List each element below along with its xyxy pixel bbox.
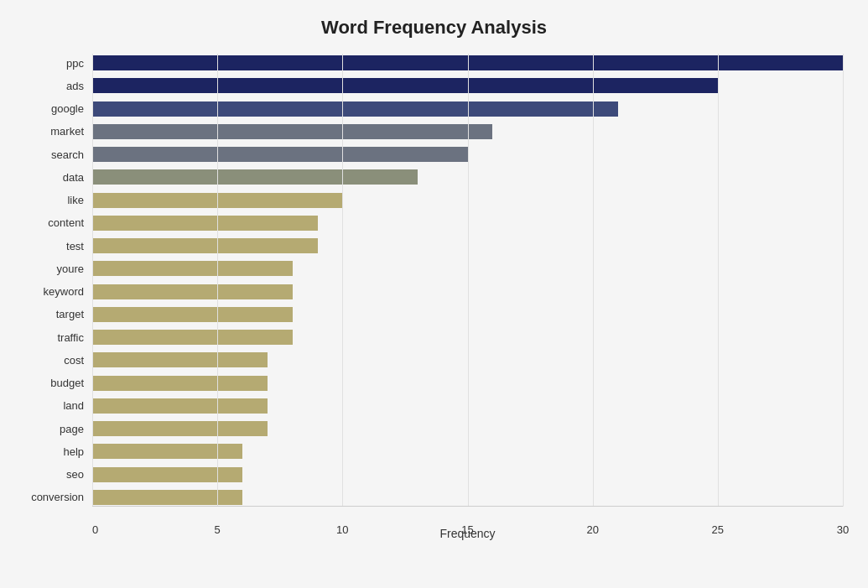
bar-track	[92, 307, 843, 322]
bar-track	[92, 193, 843, 208]
bar-label: data	[8, 171, 92, 184]
bar-row: help	[92, 442, 843, 461]
bar-row: google	[92, 100, 843, 118]
bar-row: cost	[92, 351, 843, 369]
bar-fill	[92, 467, 242, 482]
bar-label: youre	[8, 263, 92, 275]
bar-track	[92, 261, 843, 276]
bar-fill	[92, 307, 293, 322]
bar-track	[92, 284, 843, 299]
bar-fill	[92, 376, 268, 391]
bar-row: ads	[92, 76, 843, 95]
bar-fill	[92, 490, 242, 505]
bar-label: content	[8, 216, 92, 229]
chart-container: Word Frequency Analysis ppcadsgooglemark…	[0, 0, 868, 588]
x-axis-label: Frequency	[92, 527, 843, 540]
bar-fill	[92, 238, 318, 253]
bar-label: ads	[8, 80, 92, 92]
bar-label: keyword	[8, 285, 92, 298]
bar-row: page	[92, 419, 843, 438]
bar-row: search	[92, 145, 843, 164]
bar-label: seo	[8, 468, 92, 481]
bar-row: youre	[92, 259, 843, 278]
bar-label: budget	[8, 377, 92, 389]
chart-area: ppcadsgooglemarketsearchdatalikecontentt…	[92, 54, 843, 540]
bar-track	[92, 421, 843, 436]
bar-track	[92, 101, 843, 117]
bar-fill	[92, 124, 492, 139]
bar-label: target	[8, 308, 92, 320]
bar-fill	[92, 101, 618, 117]
bar-row: market	[92, 122, 843, 141]
bar-fill	[92, 193, 342, 208]
bar-row: seo	[92, 466, 843, 484]
bar-row: data	[92, 168, 843, 186]
bar-fill	[92, 398, 268, 414]
bar-label: conversion	[8, 491, 92, 503]
bar-fill	[92, 55, 843, 70]
bar-label: page	[8, 423, 92, 435]
bar-track	[92, 330, 843, 345]
bar-row: like	[92, 191, 843, 210]
bars-wrapper: ppcadsgooglemarketsearchdatalikecontentt…	[92, 54, 843, 507]
bar-label: land	[8, 399, 92, 412]
bar-fill	[92, 352, 268, 367]
bar-track	[92, 55, 843, 70]
bar-label: help	[8, 445, 92, 458]
bar-label: traffic	[8, 331, 92, 344]
bar-track	[92, 238, 843, 253]
bar-row: conversion	[92, 488, 843, 507]
x-axis	[92, 506, 843, 507]
bar-fill	[92, 261, 293, 276]
bar-label: like	[8, 194, 92, 206]
grid-line	[843, 54, 844, 507]
bar-track	[92, 147, 843, 162]
bar-label: search	[8, 148, 92, 161]
bar-fill	[92, 147, 468, 162]
bar-track	[92, 376, 843, 391]
bar-track	[92, 490, 843, 505]
bar-fill	[92, 330, 293, 345]
bar-track	[92, 169, 843, 185]
bar-fill	[92, 169, 418, 185]
bar-fill	[92, 421, 268, 436]
bar-track	[92, 216, 843, 231]
bar-row: budget	[92, 374, 843, 393]
bar-fill	[92, 444, 242, 459]
bar-row: land	[92, 397, 843, 415]
bar-row: keyword	[92, 283, 843, 301]
bar-fill	[92, 216, 318, 231]
bar-track	[92, 444, 843, 459]
bar-track	[92, 78, 843, 93]
bar-row: content	[92, 214, 843, 232]
bar-track	[92, 467, 843, 482]
bar-label: ppc	[8, 57, 92, 70]
bar-label: google	[8, 102, 92, 115]
bar-track	[92, 398, 843, 414]
bar-track	[92, 352, 843, 367]
bar-row: traffic	[92, 328, 843, 346]
bar-label: test	[8, 240, 92, 252]
bar-row: target	[92, 305, 843, 324]
bar-row: ppc	[92, 54, 843, 72]
bar-track	[92, 124, 843, 139]
bar-row: test	[92, 237, 843, 255]
bar-fill	[92, 284, 293, 299]
bar-label: cost	[8, 354, 92, 367]
bar-label: market	[8, 125, 92, 138]
bar-fill	[92, 78, 718, 93]
chart-title: Word Frequency Analysis	[25, 17, 843, 39]
